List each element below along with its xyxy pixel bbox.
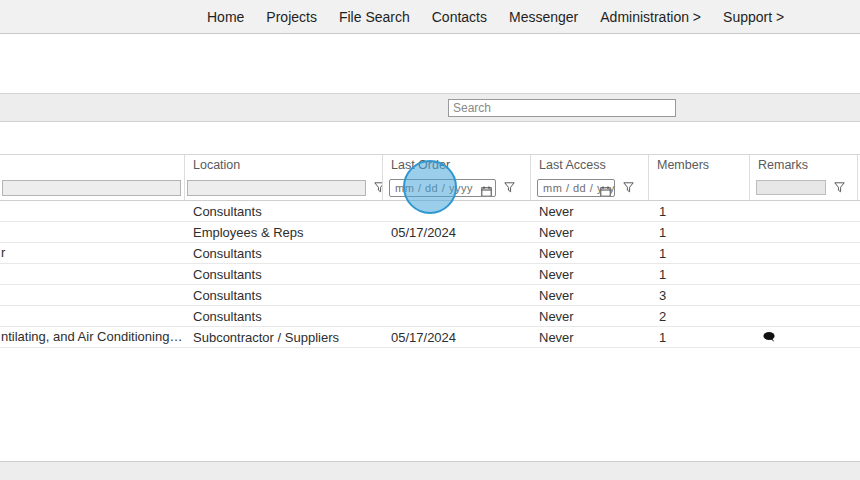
col-header-last-access[interactable]: Last Access [531, 155, 649, 175]
cell-name [0, 306, 185, 326]
cell-name [0, 264, 185, 284]
cell-last-order [383, 243, 531, 263]
cell-remarks [750, 306, 858, 326]
table-row[interactable]: ntilating, and Air Conditioning (… Subco… [0, 327, 860, 348]
cell-name [0, 201, 185, 221]
cell-last-access: Never [531, 243, 649, 263]
table-row[interactable]: Consultants Never 2 [0, 306, 860, 327]
cell-location: Consultants [185, 243, 383, 263]
cell-members: 1 [649, 243, 750, 263]
cell-last-order [383, 264, 531, 284]
cell-last-access: Never [531, 264, 649, 284]
nav-item-home[interactable]: Home [196, 9, 255, 25]
nav-item-projects[interactable]: Projects [255, 9, 328, 25]
cell-last-access: Never [531, 306, 649, 326]
cell-members: 1 [649, 264, 750, 284]
cell-last-order [383, 285, 531, 305]
col-header-remarks[interactable]: Remarks [750, 155, 858, 175]
filter-cell-members [649, 175, 750, 200]
filter-funnel-icon[interactable] [504, 179, 515, 197]
cell-location: Subcontractor / Suppliers [185, 327, 383, 347]
filter-funnel-icon[interactable] [374, 179, 383, 197]
table-row[interactable]: Consultants Never 3 [0, 285, 860, 306]
cell-name [0, 285, 185, 305]
grid-filter-row: mm / dd / yyyy mm / dd / yyyy [0, 175, 860, 201]
nav-item-administration[interactable]: Administration > [589, 9, 712, 25]
nav-item-file-search[interactable]: File Search [328, 9, 421, 25]
cell-last-access: Never [531, 222, 649, 242]
cell-location: Consultants [185, 285, 383, 305]
search-strip [0, 93, 860, 122]
col-header-name[interactable] [0, 155, 185, 175]
cell-remarks [750, 264, 858, 284]
cell-location: Employees & Reps [185, 222, 383, 242]
col-header-members[interactable]: Members [649, 155, 750, 175]
table-row[interactable]: Consultants Never 1 [0, 201, 860, 222]
cell-last-order: 05/17/2024 [383, 222, 531, 242]
remark-bubble-icon[interactable] [762, 331, 776, 343]
calendar-icon[interactable] [600, 183, 611, 197]
nav-item-support[interactable]: Support > [712, 9, 795, 25]
search-input[interactable] [448, 99, 676, 117]
cell-members: 1 [649, 222, 750, 242]
cell-last-access: Never [531, 327, 649, 347]
last-access-date-input[interactable]: mm / dd / yyyy [537, 179, 615, 197]
bottom-strip [0, 461, 860, 480]
nav-item-contacts[interactable]: Contacts [421, 9, 498, 25]
table-row[interactable]: r Consultants Never 1 [0, 243, 860, 264]
cell-name: r [0, 243, 185, 263]
table-row[interactable]: Consultants Never 1 [0, 264, 860, 285]
remarks-filter-input [756, 180, 826, 195]
cell-remarks [750, 222, 858, 242]
grid-header-row: Location Last Order Last Access Members … [0, 154, 860, 175]
filter-funnel-icon[interactable] [623, 179, 634, 197]
cell-members: 1 [649, 201, 750, 221]
contacts-grid: Location Last Order Last Access Members … [0, 154, 860, 348]
nav-item-messenger[interactable]: Messenger [498, 9, 589, 25]
col-header-location[interactable]: Location [185, 155, 383, 175]
top-navbar: Home Projects File Search Contacts Messe… [0, 0, 860, 34]
cell-remarks [750, 327, 858, 347]
cell-remarks [750, 243, 858, 263]
cell-members: 2 [649, 306, 750, 326]
filter-cell-last-order: mm / dd / yyyy [383, 175, 531, 200]
cell-last-order: 05/17/2024 [383, 327, 531, 347]
cell-name: ntilating, and Air Conditioning (… [0, 327, 185, 347]
cell-last-order [383, 201, 531, 221]
filter-funnel-icon[interactable] [834, 179, 845, 197]
cell-location: Consultants [185, 264, 383, 284]
last-order-date-input[interactable]: mm / dd / yyyy [389, 179, 496, 197]
cell-remarks [750, 201, 858, 221]
cell-location: Consultants [185, 201, 383, 221]
name-filter-input[interactable] [2, 180, 181, 196]
filter-cell-location [185, 175, 383, 200]
cell-last-access: Never [531, 285, 649, 305]
cell-members: 3 [649, 285, 750, 305]
col-header-last-order[interactable]: Last Order [383, 155, 531, 175]
table-row[interactable]: Employees & Reps 05/17/2024 Never 1 [0, 222, 860, 243]
location-filter-input[interactable] [187, 180, 366, 196]
date-placeholder: mm / dd / yyyy [390, 182, 473, 194]
filter-cell-name [0, 175, 185, 200]
cell-members: 1 [649, 327, 750, 347]
calendar-icon[interactable] [481, 183, 492, 197]
cell-location: Consultants [185, 306, 383, 326]
cell-last-order [383, 306, 531, 326]
cell-name [0, 222, 185, 242]
filter-cell-remarks [750, 175, 858, 200]
cell-last-access: Never [531, 201, 649, 221]
cell-remarks [750, 285, 858, 305]
filter-cell-last-access: mm / dd / yyyy [531, 175, 649, 200]
